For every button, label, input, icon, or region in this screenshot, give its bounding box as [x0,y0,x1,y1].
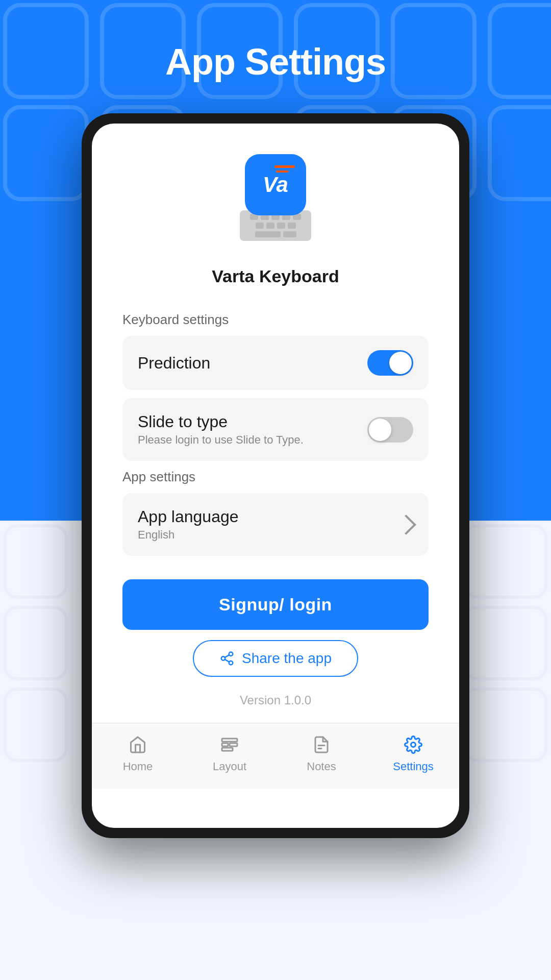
nav-item-notes[interactable]: Notes [276,733,367,773]
prediction-setting-info: Prediction [138,354,210,373]
settings-icon [402,733,424,756]
nav-item-home[interactable]: Home [92,733,184,773]
page-title: App Settings [0,41,551,83]
prediction-toggle[interactable] [367,350,413,376]
orange-bar [274,165,295,168]
share-app-button[interactable]: Share the app [193,640,358,677]
prediction-title: Prediction [138,354,210,373]
svg-line-29 [225,659,230,662]
kb-key [266,223,274,229]
app-language-setting-card[interactable]: App language English [122,493,429,556]
kb-key [283,231,296,237]
notes-label: Notes [307,760,336,773]
kb-key [288,223,296,229]
settings-container: Keyboard settings Prediction Slide [117,307,434,723]
kb-key [277,223,285,229]
prediction-setting-card[interactable]: Prediction [122,336,429,390]
app-icon: Va [245,154,306,215]
slide-to-type-subtitle: Please login to use Slide to Type. [138,433,304,447]
app-language-setting-info: App language English [138,507,239,542]
slide-to-type-toggle[interactable] [367,417,413,443]
home-label: Home [123,760,153,773]
notes-icon [310,733,333,756]
kb-space-key [255,231,281,237]
svg-rect-32 [222,743,228,746]
slide-to-type-setting-info: Slide to type Please login to use Slide … [138,412,304,447]
app-icon-text: Va [263,174,288,195]
slide-to-type-title: Slide to type [138,412,304,431]
share-app-label: Share the app [242,650,332,667]
screen-content: Va [92,124,459,723]
nav-item-settings[interactable]: Settings [367,733,459,773]
version-text: Version 1.0.0 [122,693,429,707]
kb-key [256,223,264,229]
phone-frame: Va [82,113,469,838]
slide-to-type-toggle-knob [369,419,391,441]
svg-line-30 [225,655,230,657]
chevron-right-icon [396,514,416,535]
phone-wrapper: Va [0,113,551,838]
nav-item-layout[interactable]: Layout [184,733,276,773]
svg-point-37 [411,743,416,747]
app-language-title: App language [138,507,239,526]
app-name: Varta Keyboard [212,266,339,286]
prediction-toggle-knob [389,352,412,374]
page-header: App Settings [0,0,551,113]
app-language-subtitle: English [138,528,239,542]
svg-rect-31 [222,739,237,742]
svg-rect-33 [230,743,237,746]
phone-screen: Va [92,124,459,828]
signup-login-button[interactable]: Signup/ login [122,579,429,630]
slide-to-type-setting-card[interactable]: Slide to type Please login to use Slide … [122,398,429,461]
settings-label: Settings [393,760,434,773]
layout-label: Layout [213,760,246,773]
app-icon-wrapper: Va [240,154,311,241]
bottom-nav: Home Layout [92,723,459,789]
svg-rect-34 [222,748,233,751]
layout-icon [218,733,241,756]
home-icon [127,733,149,756]
share-icon [219,651,235,666]
app-settings-label: App settings [122,469,429,485]
keyboard-settings-label: Keyboard settings [122,312,429,328]
